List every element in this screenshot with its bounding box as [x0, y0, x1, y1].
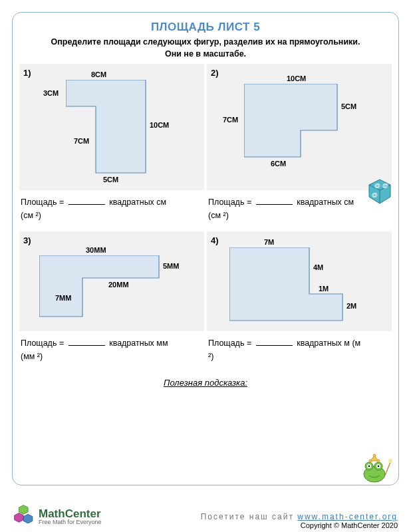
svg-text:@: @ — [372, 192, 378, 198]
problem-number-2: 2) — [211, 68, 219, 78]
dim-1-inner-left: 7СМ — [74, 137, 89, 145]
dim-3-inner-right: 20ММ — [108, 281, 129, 289]
visit-text: Посетите наш сайт — [201, 512, 294, 521]
problem-2: 2) 10СМ 7СМ 5СМ 6СМ @ — [207, 64, 392, 231]
problem-number-3: 3) — [23, 235, 31, 245]
shape-2 — [244, 84, 350, 170]
diagram-2: 2) 10СМ 7СМ 5СМ 6СМ @ — [207, 64, 392, 190]
svg-text:@: @ — [374, 182, 380, 189]
svg-point-14 — [368, 466, 370, 467]
diagram-4: 4) 7М 4М 1М 2М — [207, 231, 392, 331]
page-title: ПЛОЩАДЬ ЛИСТ 5 — [19, 21, 392, 34]
answer-3-unit: (мм ²) — [21, 352, 43, 361]
logo-cubes-icon — [13, 504, 36, 529]
brand-tagline: Free Math for Everyone — [39, 519, 102, 525]
content-frame: ПЛОЩАДЬ ЛИСТ 5 Определите площади следую… — [12, 12, 399, 485]
problem-3: 3) 30ММ 5ММ 20ММ 7ММ Площадь = квадратны… — [19, 231, 204, 372]
dim-3-top: 30ММ — [86, 246, 106, 254]
dim-2-left: 7СМ — [223, 116, 238, 124]
dim-3-inner-left: 7ММ — [55, 294, 71, 302]
dim-1-left: 3СМ — [43, 89, 59, 97]
problem-number-1: 1) — [23, 68, 31, 78]
instructions-line-2: Они не в масштабе. — [165, 49, 246, 59]
answer-3-suffix: квадратных мм — [109, 338, 168, 348]
answer-4: Площадь = квадратных м (м ²) — [208, 336, 390, 363]
site-link[interactable]: www.math-center.org — [297, 512, 398, 521]
hint-heading: Полезная подсказка: — [19, 378, 392, 388]
svg-marker-0 — [66, 80, 146, 173]
diagram-1: 1) 8СМ 3СМ 10СМ 7СМ 5СМ — [19, 64, 204, 190]
svg-point-19 — [373, 454, 376, 457]
answer-1-suffix: квадратных см — [109, 198, 166, 207]
dim-4-right-lower: 2М — [346, 302, 356, 310]
answer-1-unit: (см ²) — [21, 211, 41, 220]
answer-4-prefix: Площадь = — [208, 338, 251, 348]
svg-marker-24 — [23, 514, 33, 523]
answer-3: Площадь = квадратных мм (мм ²) — [21, 336, 203, 363]
answer-2: Площадь = квадратных см (см ²) — [208, 196, 390, 222]
dice-icon: @ @ @ — [365, 177, 394, 209]
problem-1: 1) 8СМ 3СМ 10СМ 7СМ 5СМ Площадь = квадра… — [19, 64, 204, 231]
svg-marker-1 — [244, 84, 337, 157]
answer-2-prefix: Площадь = — [208, 198, 251, 207]
dim-4-step: 1М — [319, 285, 329, 293]
answer-3-blank[interactable] — [68, 337, 105, 346]
dim-4-top: 7М — [264, 238, 274, 246]
dim-1-right: 10СМ — [150, 121, 169, 129]
shape-3 — [39, 255, 172, 329]
svg-point-18 — [377, 460, 380, 462]
svg-point-17 — [369, 460, 372, 462]
shape-4 — [229, 247, 362, 327]
dim-4-right-upper: 4М — [313, 263, 323, 271]
copyright-text: Copyright © MathCenter 2020 — [201, 521, 398, 529]
dim-2-bottom: 6СМ — [271, 160, 286, 168]
logo-block: MathCenter Free Math for Everyone — [13, 504, 102, 529]
answer-2-suffix: квадратных см — [297, 198, 354, 207]
svg-point-21 — [388, 459, 392, 463]
footer-right: Посетите наш сайт www.math-center.org Co… — [201, 512, 398, 529]
svg-point-15 — [378, 466, 380, 467]
answer-1: Площадь = квадратных см (см ²) — [21, 196, 203, 222]
dim-1-bottom: 5СМ — [103, 176, 118, 184]
svg-marker-8 — [229, 247, 342, 321]
svg-marker-7 — [39, 255, 159, 317]
answer-4-unit: ²) — [208, 352, 213, 361]
dim-2-right: 5СМ — [341, 102, 356, 110]
answer-2-unit: (см ²) — [208, 211, 229, 220]
problem-number-4: 4) — [211, 235, 219, 245]
brand-name: MathCenter — [39, 508, 102, 519]
svg-line-20 — [385, 462, 390, 475]
answer-2-blank[interactable] — [256, 196, 293, 205]
dim-3-right: 5ММ — [163, 262, 179, 270]
svg-marker-23 — [15, 513, 24, 523]
svg-marker-22 — [19, 505, 29, 515]
diagram-3: 3) 30ММ 5ММ 20ММ 7ММ — [19, 231, 204, 331]
dim-1-top: 8СМ — [91, 70, 106, 78]
instructions: Определите площади следующих фигур, разд… — [19, 37, 392, 60]
answer-4-suffix: квадратных м (м — [297, 338, 360, 348]
answer-3-prefix: Площадь = — [21, 338, 64, 348]
logo-text: MathCenter Free Math for Everyone — [39, 508, 102, 525]
svg-text:@: @ — [382, 182, 388, 189]
frog-icon — [358, 452, 394, 487]
instructions-line-1: Определите площади следующих фигур, разд… — [51, 37, 360, 47]
answer-1-prefix: Площадь = — [21, 198, 64, 207]
problems-grid: 1) 8СМ 3СМ 10СМ 7СМ 5СМ Площадь = квадра… — [19, 64, 392, 372]
shape-1 — [66, 80, 159, 186]
problem-4: 4) 7М 4М 1М 2М Площадь = квадратных м (м… — [207, 231, 392, 372]
answer-1-blank[interactable] — [68, 196, 105, 205]
worksheet-page: ПЛОЩАДЬ ЛИСТ 5 Определите площади следую… — [0, 0, 411, 532]
dim-2-top: 10СМ — [287, 74, 306, 82]
answer-4-blank[interactable] — [256, 337, 293, 346]
footer: MathCenter Free Math for Everyone Посети… — [0, 504, 411, 529]
